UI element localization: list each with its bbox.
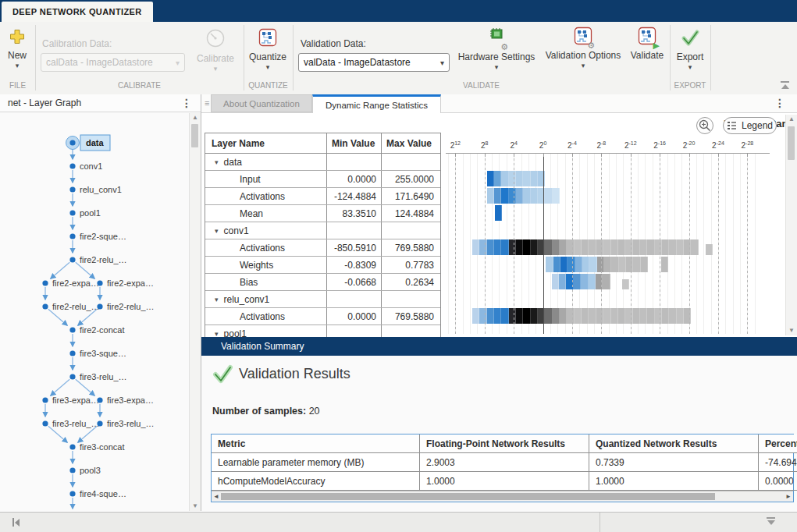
stats-row[interactable]: Input0.0000255.0000 [205, 171, 440, 188]
column-min-value[interactable]: Min Value [327, 133, 382, 153]
results-column-header[interactable]: Percent Change [759, 434, 797, 453]
collapse-bottom-panel-icon[interactable] [767, 517, 775, 525]
histogram-cell [582, 257, 589, 272]
histogram-cell [487, 171, 494, 186]
histogram-cell [523, 188, 530, 204]
stats-row[interactable]: ▾relu_conv1 [205, 291, 440, 308]
chevron-down-icon[interactable]: ▾ [688, 64, 692, 70]
svg-text:fire3-sque…: fire3-sque… [80, 349, 126, 358]
results-column-header[interactable]: Quantized Network Results [589, 434, 759, 453]
hardware-settings-button[interactable]: ⚙ Hardware Settings ▾ [459, 27, 534, 70]
column-layer-name[interactable]: Layer Name [205, 133, 327, 153]
scroll-left-icon[interactable]: ◄ [213, 492, 219, 501]
panel-menu-kebab-icon[interactable]: ⋮ [181, 98, 192, 108]
histogram-cell [531, 188, 538, 204]
stats-row[interactable]: Activations0.0000769.5880 [205, 308, 440, 325]
results-column-header[interactable]: Metric [212, 434, 420, 453]
stats-row[interactable]: Activations-850.5910769.5880 [205, 239, 440, 257]
column-max-value[interactable]: Max Value [382, 133, 439, 153]
scroll-up-icon[interactable]: ▲ [190, 113, 201, 122]
validation-options-button[interactable]: ⚙ Validation Options ▾ [545, 27, 621, 69]
scrollbar-thumb[interactable] [191, 124, 198, 147]
app-tab[interactable]: DEEP NETWORK QUANTIZER [2, 2, 153, 22]
minor-gridline [755, 154, 756, 334]
histogram-cell [684, 239, 691, 255]
chevron-down-icon[interactable]: ▾ [16, 62, 20, 69]
scrollbar-thumb[interactable] [221, 493, 715, 500]
stats-row[interactable]: Weights-0.83090.7783 [205, 257, 440, 274]
scroll-down-icon[interactable]: ▼ [190, 502, 201, 511]
svg-text:data: data [86, 138, 105, 147]
histogram-cell [603, 239, 610, 255]
histogram-cell [501, 171, 508, 186]
validation-data-dropdown[interactable]: valData - ImageDatastore ▾ [298, 53, 450, 72]
histogram-cell [553, 257, 560, 272]
document-list-icon[interactable]: ≡ [205, 98, 209, 108]
tab-about-quantization[interactable]: About Quantization [211, 94, 312, 112]
gridline [455, 154, 456, 334]
chevron-down-icon[interactable]: ▾ [582, 62, 585, 69]
stats-row[interactable]: ▾pool1 [205, 325, 440, 337]
histogram-cell [509, 171, 516, 186]
collapse-left-panel-icon[interactable] [12, 518, 20, 527]
calibration-data-dropdown[interactable]: calData - ImageDatastore ▾ [41, 53, 185, 72]
collapse-triangle-icon[interactable]: ▾ [215, 158, 219, 166]
calibrate-button[interactable]: Calibrate ▾ [192, 28, 239, 72]
histogram-cell [622, 279, 629, 289]
validation-results-panel: Validation Results Number of samples: 20… [201, 356, 797, 511]
status-divider [600, 512, 600, 532]
histogram-cell [531, 308, 538, 324]
dynamic-range-chart[interactable]: 2122824202-42-82-122-162-202-242-28 [442, 113, 797, 337]
stats-row[interactable]: Activations-124.4884171.6490 [205, 188, 440, 205]
quantize-button[interactable]: Quantize ▾ [246, 28, 290, 70]
histogram-cell [509, 188, 516, 204]
validation-summary-bar[interactable]: Validation Summary ⋮ [201, 337, 797, 356]
svg-text:fire2-relu_…: fire2-relu_… [80, 255, 127, 264]
collapse-triangle-icon[interactable]: ▾ [215, 330, 219, 338]
histogram-cell [619, 257, 626, 272]
tab-dynamic-range-statistics[interactable]: Dynamic Range Statistics [312, 94, 441, 113]
scroll-right-icon[interactable]: ► [785, 492, 792, 501]
validate-button[interactable]: ▶ Validate [627, 27, 667, 61]
histogram-cell [545, 239, 552, 255]
histogram-cell [501, 188, 508, 204]
histogram-cell [546, 257, 553, 272]
stats-row[interactable]: ▾conv1 [205, 222, 440, 239]
histogram-cell [633, 239, 640, 255]
dynamic-range-document: Dynamic Range of Calibrated Layer Legend… [201, 113, 797, 337]
layer-graph-canvas[interactable]: dataconv1relu_conv1pool1fire2-sque…fire2… [0, 113, 189, 511]
chart-scrollbar[interactable]: ▲ ▼ [785, 115, 797, 335]
validate-run-icon: ▶ [638, 27, 656, 48]
validation-results-heading: Validation Results [239, 366, 350, 382]
collapse-triangle-icon[interactable]: ▾ [215, 296, 219, 303]
gridline [631, 154, 632, 334]
results-horizontal-scrollbar[interactable]: ◄ ► [212, 491, 793, 502]
title-bar: DEEP NETWORK QUANTIZER [0, 0, 797, 22]
histogram-cell [553, 239, 560, 255]
histogram-cell [691, 239, 698, 255]
stats-row[interactable]: Mean83.3510124.4884 [205, 205, 440, 222]
results-column-header[interactable]: Floating-Point Network Results [420, 434, 589, 453]
x-axis-line [446, 153, 770, 154]
new-button[interactable]: New ▾ [3, 28, 31, 69]
svg-text:fire4-sque…: fire4-sque… [80, 489, 126, 498]
validation-results-table-container: MetricFloating-Point Network ResultsQuan… [211, 434, 794, 502]
export-button[interactable]: Export ▾ [673, 28, 707, 70]
stats-row[interactable]: Bias-0.06680.2634 [205, 274, 440, 291]
chevron-down-icon[interactable]: ▾ [266, 64, 270, 70]
play-icon: ▶ [653, 41, 660, 51]
minor-gridline [703, 154, 704, 334]
scrollbar-thumb[interactable] [788, 126, 795, 160]
scroll-up-icon[interactable]: ▲ [786, 115, 797, 124]
section-label-file: FILE [0, 81, 35, 92]
document-menu-kebab-icon[interactable]: ⋮ [774, 98, 785, 108]
stats-row[interactable]: ▾data [205, 154, 440, 171]
stats-table-body: ▾dataInput0.0000255.0000Activations-124.… [205, 154, 440, 337]
layer-graph-scrollbar[interactable]: ▲ ▼ [189, 113, 201, 511]
histogram-cell [655, 239, 662, 255]
svg-text:fire2-sque…: fire2-sque… [80, 232, 126, 241]
collapse-triangle-icon[interactable]: ▾ [215, 227, 219, 235]
scroll-down-icon[interactable]: ▼ [786, 326, 797, 335]
collapse-ribbon-icon[interactable] [781, 81, 789, 89]
chevron-down-icon[interactable]: ▾ [495, 64, 499, 70]
